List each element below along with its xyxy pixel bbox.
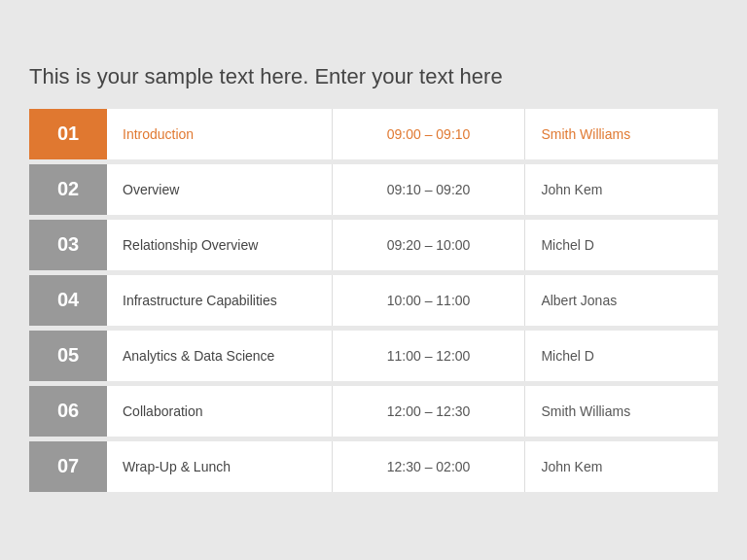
row-time: 11:00 – 12:00: [333, 331, 526, 381]
page-title: This is your sample text here. Enter you…: [29, 64, 718, 89]
row-time: 09:20 – 10:00: [333, 220, 526, 270]
agenda-row: 04 Infrastructure Capabilities 10:00 – 1…: [29, 275, 718, 326]
row-time: 10:00 – 11:00: [333, 275, 526, 326]
agenda-row: 06 Collaboration 12:00 – 12:30 Smith Wil…: [29, 386, 718, 437]
row-topic: Infrastructure Capabilities: [107, 275, 333, 326]
row-time: 12:30 – 02:00: [333, 441, 526, 492]
agenda-row: 05 Analytics & Data Science 11:00 – 12:0…: [29, 331, 718, 381]
row-topic: Analytics & Data Science: [107, 331, 333, 381]
row-topic: Introduction: [107, 109, 333, 159]
row-number: 02: [29, 164, 107, 215]
agenda-row: 07 Wrap-Up & Lunch 12:30 – 02:00 John Ke…: [29, 441, 718, 492]
agenda-row: 01 Introduction 09:00 – 09:10 Smith Will…: [29, 109, 718, 159]
row-time: 09:00 – 09:10: [333, 109, 526, 159]
row-topic: Overview: [107, 164, 333, 215]
row-speaker: Smith Williams: [525, 109, 718, 159]
row-number: 03: [29, 220, 107, 270]
row-speaker: Albert Jonas: [525, 275, 718, 326]
row-time: 12:00 – 12:30: [333, 386, 526, 437]
row-number: 07: [29, 441, 107, 492]
agenda-table: 01 Introduction 09:00 – 09:10 Smith Will…: [29, 109, 718, 497]
row-speaker: Michel D: [525, 331, 718, 381]
row-speaker: Michel D: [525, 220, 718, 270]
agenda-row: 03 Relationship Overview 09:20 – 10:00 M…: [29, 220, 718, 270]
row-speaker: John Kem: [525, 164, 718, 215]
row-topic: Relationship Overview: [107, 220, 333, 270]
row-number: 06: [29, 386, 107, 437]
row-topic: Collaboration: [107, 386, 333, 437]
row-speaker: Smith Williams: [525, 386, 718, 437]
row-number: 04: [29, 275, 107, 326]
row-speaker: John Kem: [525, 441, 718, 492]
row-number: 05: [29, 331, 107, 381]
agenda-row: 02 Overview 09:10 – 09:20 John Kem: [29, 164, 718, 215]
row-topic: Wrap-Up & Lunch: [107, 441, 333, 492]
row-number: 01: [29, 109, 107, 159]
row-time: 09:10 – 09:20: [333, 164, 526, 215]
